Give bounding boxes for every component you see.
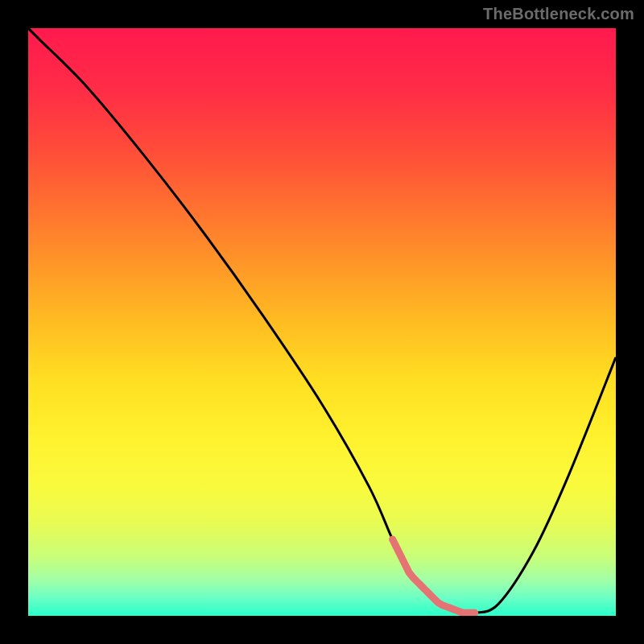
bottleneck-curve-path bbox=[28, 28, 616, 614]
curve-svg bbox=[28, 28, 616, 616]
plot-area bbox=[28, 28, 616, 616]
attribution-text: TheBottleneck.com bbox=[483, 5, 634, 23]
highlight-band-path bbox=[393, 539, 475, 613]
bottleneck-chart: TheBottleneck.com bbox=[0, 0, 644, 644]
